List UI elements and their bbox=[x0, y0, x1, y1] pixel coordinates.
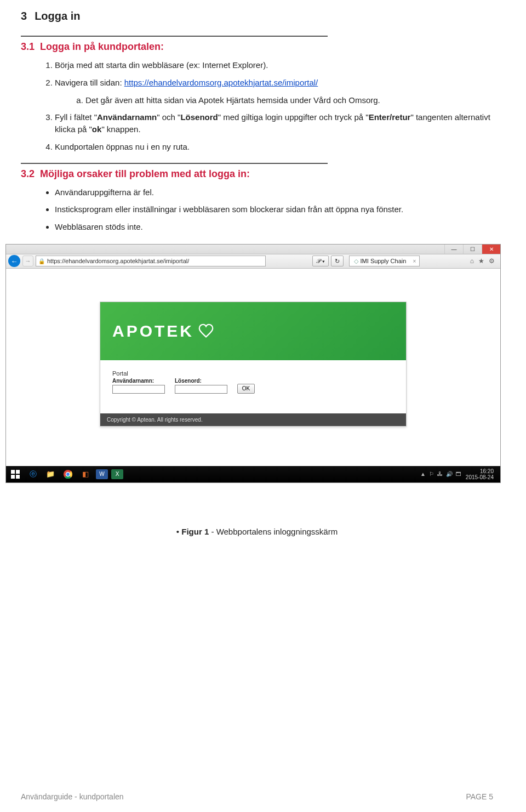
svg-rect-3 bbox=[16, 475, 20, 479]
subsection-title: Möjliga orsaker till problem med att log… bbox=[40, 168, 250, 179]
tray-up-icon[interactable]: ▲ bbox=[420, 471, 426, 477]
separator bbox=[21, 163, 328, 164]
lock-icon: 🔒 bbox=[38, 258, 45, 264]
subsection-heading-32: 3.2Möjliga orsaker till problem med att … bbox=[21, 168, 493, 180]
taskbar-word-icon[interactable]: W bbox=[96, 469, 108, 479]
substeps-list: Det går även att hitta sidan via Apotek … bbox=[85, 94, 493, 106]
tray-network-icon[interactable]: 🖧 bbox=[437, 471, 443, 477]
bullet-glyph: • bbox=[176, 527, 179, 536]
footer-right: PAGE 5 bbox=[466, 792, 493, 801]
taskbar-excel-icon[interactable]: X bbox=[111, 469, 123, 479]
subsection-heading-31: 3.1Logga in på kundportalen: bbox=[21, 41, 493, 53]
windows-taskbar: ⓔ 📁 ◧ W X ▲ ⚐ 🖧 🔊 🗔 16:20 bbox=[6, 466, 500, 482]
step-text-part: Fyll i fältet " bbox=[55, 112, 97, 122]
login-panel: APOTEK Portal Användarnamn: bbox=[100, 302, 407, 427]
step-bold-term: Användarnamn bbox=[97, 112, 157, 122]
section-title: Logga in bbox=[35, 10, 80, 22]
step-bold-term: ok bbox=[92, 124, 102, 134]
login-form: Portal Användarnamn: Lösenord: OK bbox=[100, 360, 406, 413]
figure-sep: - bbox=[209, 527, 216, 536]
substep-text: Det går även att hitta sidan via Apotek … bbox=[85, 95, 380, 105]
username-input[interactable] bbox=[112, 385, 165, 394]
browser-viewport: APOTEK Portal Användarnamn: bbox=[6, 269, 500, 466]
subsection-number: 3.2 bbox=[21, 168, 35, 179]
password-input[interactable] bbox=[175, 385, 227, 394]
svg-rect-2 bbox=[11, 475, 15, 479]
forward-button[interactable]: → bbox=[22, 255, 33, 266]
step-text-part: " med giltiga login uppgifter och tryck … bbox=[218, 112, 369, 122]
back-button[interactable]: ← bbox=[8, 255, 20, 267]
step-text-prefix: Navigera till sidan: bbox=[55, 78, 124, 87]
clock-time: 16:20 bbox=[466, 468, 494, 474]
maximize-button[interactable]: ☐ bbox=[463, 245, 482, 254]
svg-rect-0 bbox=[11, 470, 15, 474]
separator bbox=[21, 36, 328, 37]
tray-battery-icon[interactable]: 🗔 bbox=[456, 471, 461, 477]
taskbar-explorer-icon[interactable]: 📁 bbox=[43, 468, 58, 480]
home-icon[interactable]: ⌂ bbox=[470, 257, 474, 265]
bullet-text: Insticksprogram eller inställningar i we… bbox=[55, 205, 403, 214]
brand-text: APOTEK bbox=[112, 322, 194, 340]
ok-button[interactable]: OK bbox=[237, 384, 255, 394]
tray-volume-icon[interactable]: 🔊 bbox=[446, 471, 453, 477]
taskbar-ie-icon[interactable]: ⓔ bbox=[26, 468, 40, 480]
window-titlebar: — ☐ ✕ bbox=[6, 245, 500, 254]
bullet-item: Webbläsaren stöds inte. bbox=[55, 221, 493, 233]
footer-left: Användarguide - kundportalen bbox=[21, 792, 124, 801]
step-text: Börja med att starta din webbläsare (ex:… bbox=[55, 60, 268, 70]
bullet-text: Användaruppgifterna är fel. bbox=[55, 188, 154, 197]
section-heading-1: 3Logga in bbox=[21, 10, 493, 22]
substep-a: Det går även att hitta sidan via Apotek … bbox=[85, 94, 493, 106]
browser-screenshot: — ☐ ✕ ← → 🔒 https://ehandelvardomsorg.ap… bbox=[5, 244, 501, 483]
favorites-icon[interactable]: ★ bbox=[478, 257, 484, 265]
step-bold-term: Lösenord bbox=[180, 112, 218, 122]
taskbar-chrome-icon[interactable] bbox=[61, 468, 75, 480]
copyright-bar: Copyright © Aptean. All rights reserved. bbox=[100, 413, 406, 426]
start-button[interactable] bbox=[8, 468, 22, 480]
apotek-logo: APOTEK bbox=[112, 322, 214, 340]
search-indicator[interactable]: 𝒫 ▾ bbox=[312, 255, 329, 266]
bullet-item: Användaruppgifterna är fel. bbox=[55, 186, 493, 198]
portal-url-link[interactable]: https://ehandelvardomsorg.apotekhjartat.… bbox=[124, 78, 318, 87]
step-bold-term: Enter/retur bbox=[369, 112, 411, 122]
svg-point-7 bbox=[66, 472, 70, 476]
step-4: Kundportalen öppnas nu i en ny ruta. bbox=[55, 141, 493, 153]
clock-date: 2015-08-24 bbox=[466, 474, 494, 480]
bullet-text: Webbläsaren stöds inte. bbox=[55, 222, 143, 231]
page-footer: Användarguide - kundportalen PAGE 5 bbox=[0, 792, 526, 801]
url-text: https://ehandelvardomsorg.apotekhjartat.… bbox=[47, 258, 189, 264]
tray-flag-icon[interactable]: ⚐ bbox=[429, 471, 434, 477]
tab-title: IMI Supply Chain bbox=[361, 258, 407, 264]
heart-icon bbox=[198, 323, 214, 339]
bullets-list: Användaruppgifterna är fel. Insticksprog… bbox=[55, 186, 493, 233]
step-text-part: " knappen. bbox=[101, 124, 140, 134]
browser-tab[interactable]: ◇ IMI Supply Chain × bbox=[349, 255, 420, 266]
username-label: Användarnamn: bbox=[112, 378, 165, 384]
brand-band: APOTEK bbox=[100, 302, 406, 360]
refresh-button[interactable]: ↻ bbox=[331, 255, 344, 266]
browser-toolbar: ← → 🔒 https://ehandelvardomsorg.apotekhj… bbox=[6, 254, 500, 269]
subsection-title: Logga in på kundportalen: bbox=[40, 41, 164, 52]
portal-label: Portal bbox=[112, 370, 394, 377]
password-label: Lösenord: bbox=[175, 378, 227, 384]
svg-rect-1 bbox=[16, 470, 20, 474]
close-button[interactable]: ✕ bbox=[482, 245, 500, 254]
figure-caption: • Figur 1 - Webbportalens inloggningsskä… bbox=[21, 527, 493, 536]
system-tray[interactable]: ▲ ⚐ 🖧 🔊 🗔 bbox=[420, 471, 461, 477]
tab-favicon: ◇ bbox=[354, 258, 358, 265]
step-1: Börja med att starta din webbläsare (ex:… bbox=[55, 59, 493, 71]
step-text-part: " och " bbox=[157, 112, 180, 122]
tools-icon[interactable]: ⚙ bbox=[489, 257, 495, 265]
figure-label: Figur 1 bbox=[181, 527, 209, 536]
step-3: Fyll i fältet "Användarnamn" och "Löseno… bbox=[55, 111, 493, 135]
section-number: 3 bbox=[21, 10, 27, 22]
address-bar[interactable]: 🔒 https://ehandelvardomsorg.apotekhjarta… bbox=[36, 255, 266, 266]
minimize-button[interactable]: — bbox=[444, 245, 463, 254]
steps-list: Börja med att starta din webbläsare (ex:… bbox=[55, 59, 493, 153]
subsection-number: 3.1 bbox=[21, 41, 35, 52]
taskbar-generic-icon[interactable]: ◧ bbox=[78, 468, 93, 480]
bullet-item: Insticksprogram eller inställningar i we… bbox=[55, 203, 493, 215]
tab-close-icon[interactable]: × bbox=[413, 258, 416, 264]
taskbar-clock[interactable]: 16:20 2015-08-24 bbox=[466, 468, 494, 480]
step-2: Navigera till sidan: https://ehandelvard… bbox=[55, 77, 493, 106]
